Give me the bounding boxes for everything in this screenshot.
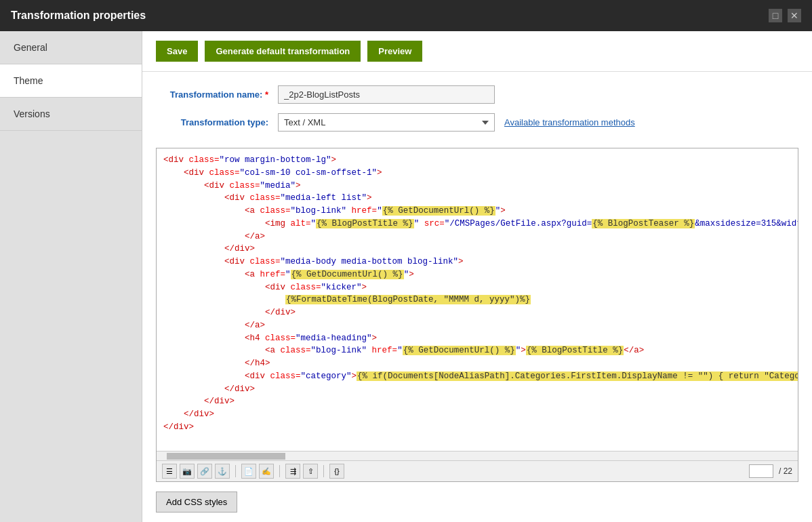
bottom-bar: Add CSS styles xyxy=(142,482,812,522)
link-tool-button[interactable]: 🔗 xyxy=(197,464,212,479)
code-editor[interactable]: <div class="row margin-bottom-lg"> <div … xyxy=(157,148,798,451)
transformation-name-row: Transformation name: * xyxy=(163,85,792,104)
sidebar-item-theme[interactable]: Theme xyxy=(0,64,142,98)
transformation-type-label: Transformation type: xyxy=(163,117,278,127)
page-number-input[interactable]: 1 xyxy=(749,464,773,478)
toolbar: Save Generate default transformation Pre… xyxy=(142,31,812,72)
sidebar-item-versions[interactable]: Versions xyxy=(0,98,142,131)
horizontal-scrollbar[interactable] xyxy=(157,451,798,460)
anchor-tool-button[interactable]: ⚓ xyxy=(215,464,230,479)
preview-button[interactable]: Preview xyxy=(367,41,422,62)
transformation-type-select[interactable]: Text / XML ASCX HTML jQuery xyxy=(278,113,495,132)
upload-tool-button[interactable]: ⇧ xyxy=(303,464,318,479)
list-tool-button[interactable]: ☰ xyxy=(162,464,177,479)
generate-default-button[interactable]: Generate default transformation xyxy=(205,41,361,62)
page-total: / 22 xyxy=(779,466,792,476)
transformation-name-label: Transformation name: * xyxy=(163,89,278,100)
toolbar-separator-3 xyxy=(323,465,324,477)
minimize-button[interactable]: □ xyxy=(769,9,782,22)
table-tool-button[interactable]: ⇶ xyxy=(285,464,300,479)
save-button[interactable]: Save xyxy=(156,41,198,62)
close-button[interactable]: ✕ xyxy=(788,9,801,22)
transformation-type-wrap: Text / XML ASCX HTML jQuery Available tr… xyxy=(278,113,635,132)
add-css-button[interactable]: Add CSS styles xyxy=(156,491,237,513)
form-area: Transformation name: * Transformation ty… xyxy=(142,72,812,148)
window-title: Transformation properties xyxy=(11,9,146,22)
sidebar: General Theme Versions xyxy=(0,31,142,522)
var-tool-button[interactable]: {} xyxy=(329,464,344,479)
image-tool-button[interactable]: 📷 xyxy=(180,464,195,479)
spell-tool-button[interactable]: ✍ xyxy=(259,464,274,479)
editor-toolbar: ☰ 📷 🔗 ⚓ 📄 ✍ ⇶ ⇧ {} 1 / 22 xyxy=(157,460,798,481)
available-methods-link[interactable]: Available transformation methods xyxy=(504,117,635,127)
toolbar-separator-2 xyxy=(279,465,280,477)
doc-tool-button[interactable]: 📄 xyxy=(241,464,256,479)
transformation-type-row: Transformation type: Text / XML ASCX HTM… xyxy=(163,113,792,132)
sidebar-item-general[interactable]: General xyxy=(0,31,142,64)
code-editor-wrap: <div class="row margin-bottom-lg"> <div … xyxy=(156,148,798,482)
transformation-name-input[interactable] xyxy=(278,85,495,104)
content-area: Save Generate default transformation Pre… xyxy=(142,31,812,522)
toolbar-separator-1 xyxy=(235,465,236,477)
title-bar-controls: □ ✕ xyxy=(769,9,801,22)
title-bar: Transformation properties □ ✕ xyxy=(0,0,812,31)
main-layout: General Theme Versions Save Generate def… xyxy=(0,31,812,522)
scroll-thumb xyxy=(167,453,285,460)
